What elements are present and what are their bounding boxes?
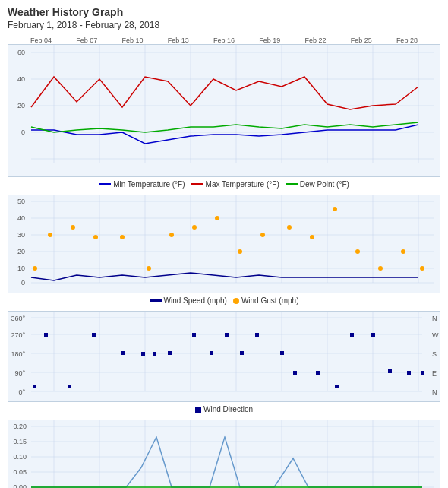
svg-rect-92 (192, 333, 196, 337)
min-temp-icon (99, 183, 111, 185)
svg-text:0.00: 0.00 (13, 483, 27, 488)
svg-point-41 (33, 266, 37, 271)
svg-point-58 (420, 266, 424, 271)
svg-rect-19 (8, 195, 440, 293)
wind-direction-chart: 360° 270° 180° 90° 0° N W S E N (8, 311, 440, 402)
svg-rect-94 (225, 333, 229, 337)
svg-text:40: 40 (17, 214, 25, 222)
svg-text:E: E (432, 369, 437, 377)
svg-point-44 (93, 235, 98, 239)
svg-text:0.15: 0.15 (13, 438, 27, 445)
svg-text:0°: 0° (18, 388, 25, 396)
svg-rect-84 (33, 385, 36, 388)
page-title: Weather History Graph (8, 6, 440, 18)
legend-min-temp-label: Min Temperature (°F) (113, 180, 185, 189)
svg-point-42 (48, 233, 52, 237)
svg-text:S: S (432, 350, 437, 358)
wind-gust-icon (233, 298, 239, 304)
page-container: Weather History Graph February 1, 2018 -… (0, 0, 448, 488)
svg-point-53 (310, 235, 314, 239)
wind-chart-section: 50 40 30 20 10 0 (8, 195, 440, 308)
svg-text:40: 40 (17, 75, 25, 83)
svg-text:20: 20 (17, 248, 25, 255)
svg-text:270°: 270° (11, 331, 25, 339)
svg-point-47 (169, 233, 174, 237)
legend-dew-point: Dew Point (°F) (286, 180, 349, 189)
svg-point-51 (260, 233, 265, 237)
svg-text:W: W (432, 331, 439, 339)
wind-speed-icon (150, 299, 162, 302)
svg-rect-88 (121, 351, 125, 355)
svg-rect-59 (8, 312, 440, 402)
svg-point-46 (147, 266, 151, 271)
svg-text:0: 0 (21, 279, 25, 287)
svg-text:0.10: 0.10 (13, 453, 27, 461)
svg-text:50: 50 (17, 198, 25, 205)
page-subtitle: February 1, 2018 - February 28, 2018 (8, 20, 440, 30)
legend-wind-dir: Wind Direction (195, 405, 253, 414)
svg-point-57 (401, 249, 405, 254)
temperature-chart-section: 60 40 20 0 Min Temperature (°F) M (8, 44, 440, 192)
svg-rect-93 (210, 351, 213, 355)
svg-text:60: 60 (17, 49, 25, 56)
svg-text:0: 0 (21, 128, 25, 136)
svg-rect-102 (371, 333, 375, 337)
legend-wind-speed: Wind Speed (mph) (150, 296, 227, 305)
svg-point-48 (192, 225, 197, 230)
svg-rect-96 (255, 333, 259, 337)
svg-rect-0 (8, 45, 440, 177)
svg-rect-101 (350, 333, 354, 337)
max-temp-icon (191, 183, 203, 185)
svg-point-45 (120, 235, 125, 239)
legend-max-temp-label: Max Temperature (°F) (206, 180, 279, 189)
svg-point-50 (238, 249, 242, 254)
precip-chart-section: 0.20 0.15 0.10 0.05 0.00 Precip. Accum. … (8, 420, 440, 488)
svg-text:N: N (432, 388, 437, 396)
svg-text:360°: 360° (11, 315, 25, 322)
svg-rect-98 (293, 371, 297, 375)
legend-wind-speed-label: Wind Speed (mph) (164, 296, 227, 305)
dew-point-icon (286, 183, 298, 185)
svg-point-56 (378, 266, 383, 271)
wind-dir-icon (195, 407, 201, 413)
svg-text:90°: 90° (14, 369, 25, 377)
svg-rect-97 (280, 351, 284, 355)
precip-chart: 0.20 0.15 0.10 0.05 0.00 (8, 420, 440, 488)
svg-rect-87 (92, 333, 96, 337)
svg-text:180°: 180° (11, 350, 25, 358)
legend-wind-gust-label: Wind Gust (mph) (241, 296, 299, 305)
wind-legend: Wind Speed (mph) Wind Gust (mph) (8, 293, 440, 308)
svg-text:0.05: 0.05 (13, 468, 27, 476)
svg-text:0.20: 0.20 (13, 423, 27, 430)
svg-text:N: N (432, 315, 437, 322)
svg-rect-100 (335, 385, 339, 388)
wind-direction-legend: Wind Direction (8, 402, 440, 417)
legend-max-temp: Max Temperature (°F) (191, 180, 279, 189)
svg-text:10: 10 (17, 265, 25, 272)
svg-rect-95 (240, 351, 244, 355)
legend-dew-point-label: Dew Point (°F) (300, 180, 349, 189)
x-axis-labels: Feb 04 Feb 07 Feb 10 Feb 13 Feb 16 Feb 1… (8, 36, 440, 44)
svg-point-54 (333, 207, 337, 211)
svg-rect-89 (141, 352, 145, 356)
svg-point-49 (215, 216, 219, 220)
svg-text:20: 20 (17, 102, 25, 109)
svg-rect-85 (44, 333, 48, 337)
svg-point-55 (355, 249, 360, 254)
wind-chart: 50 40 30 20 10 0 (8, 195, 440, 293)
svg-rect-106 (8, 420, 440, 488)
temperature-chart: 60 40 20 0 (8, 44, 440, 177)
svg-rect-105 (421, 371, 424, 375)
svg-rect-91 (168, 351, 172, 355)
svg-text:30: 30 (17, 231, 25, 239)
legend-min-temp: Min Temperature (°F) (99, 180, 185, 189)
svg-rect-103 (388, 369, 392, 373)
temperature-legend: Min Temperature (°F) Max Temperature (°F… (8, 177, 440, 192)
svg-rect-86 (68, 385, 71, 388)
svg-rect-99 (316, 371, 320, 375)
legend-wind-dir-label: Wind Direction (203, 405, 253, 414)
svg-rect-90 (153, 352, 156, 356)
svg-point-43 (71, 225, 75, 230)
wind-direction-section: 360° 270° 180° 90° 0° N W S E N (8, 311, 440, 417)
svg-rect-104 (407, 371, 411, 375)
